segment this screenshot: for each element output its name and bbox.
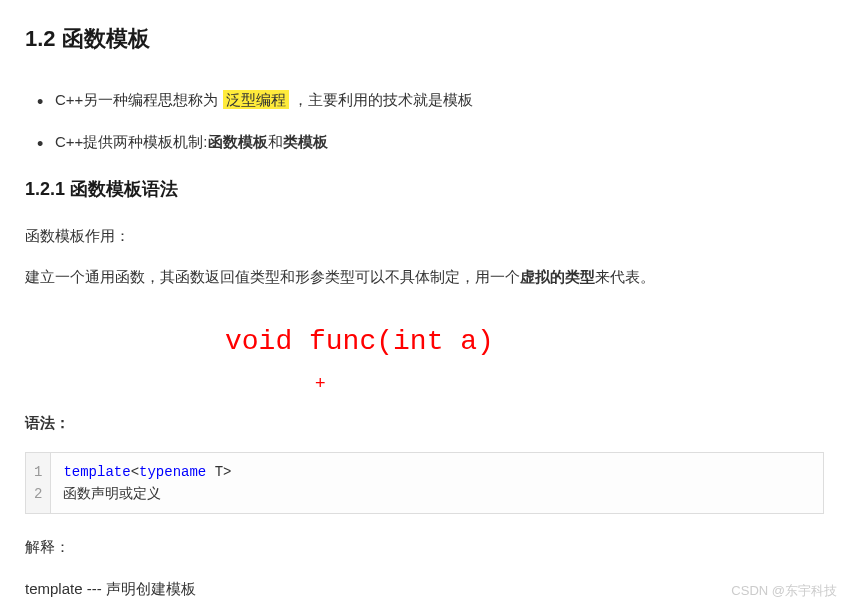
bullet-text: ，主要利用的技术就是模板 [289, 91, 473, 108]
bullet-text: C++提供两种模板机制: [55, 133, 208, 150]
cursor-marker: + [25, 368, 824, 399]
highlighted-term: 泛型编程 [223, 90, 289, 109]
code-line: template<typename T> [63, 461, 231, 483]
section-heading: 1.2 函数模板 [25, 20, 824, 57]
bold-term: 类模板 [283, 133, 328, 150]
paragraph: 建立一个通用函数，其函数返回值类型和形参类型可以不具体制定，用一个虚拟的类型来代… [25, 264, 824, 290]
line-number: 2 [34, 483, 42, 505]
line-number: 1 [34, 461, 42, 483]
paragraph-text: 建立一个通用函数，其函数返回值类型和形参类型可以不具体制定，用一个 [25, 268, 520, 285]
syntax-label: 语法： [25, 410, 824, 436]
keyword: template [63, 464, 130, 480]
code-text: < [131, 464, 139, 480]
bullet-text: 和 [268, 133, 283, 150]
label-text: 语法： [25, 414, 70, 431]
list-item: C++提供两种模板机制:函数模板和类模板 [55, 129, 824, 155]
watermark: CSDN @东宇科技 [731, 580, 837, 602]
bold-term: 虚拟的类型 [520, 268, 595, 285]
bullet-text: C++另一种编程思想称为 [55, 91, 223, 108]
line-number-gutter: 1 2 [26, 453, 51, 514]
paragraph: 函数模板作用： [25, 223, 824, 249]
handwritten-annotation: void func(int a) [25, 318, 824, 366]
list-item: C++另一种编程思想称为 泛型编程 ，主要利用的技术就是模板 [55, 87, 824, 113]
paragraph-text: 来代表。 [595, 268, 655, 285]
bold-term: 函数模板 [208, 133, 268, 150]
code-block: 1 2 template<typename T> 函数声明或定义 [25, 452, 824, 515]
subsection-heading: 1.2.1 函数模板语法 [25, 174, 824, 205]
code-line: 函数声明或定义 [63, 483, 231, 505]
code-content: template<typename T> 函数声明或定义 [51, 453, 243, 514]
bullet-list: C++另一种编程思想称为 泛型编程 ，主要利用的技术就是模板 C++提供两种模板… [25, 87, 824, 154]
keyword: typename [139, 464, 206, 480]
code-text: T> [206, 464, 231, 480]
explanation-line: template --- 声明创建模板 [25, 576, 824, 602]
explain-label: 解释： [25, 534, 824, 560]
